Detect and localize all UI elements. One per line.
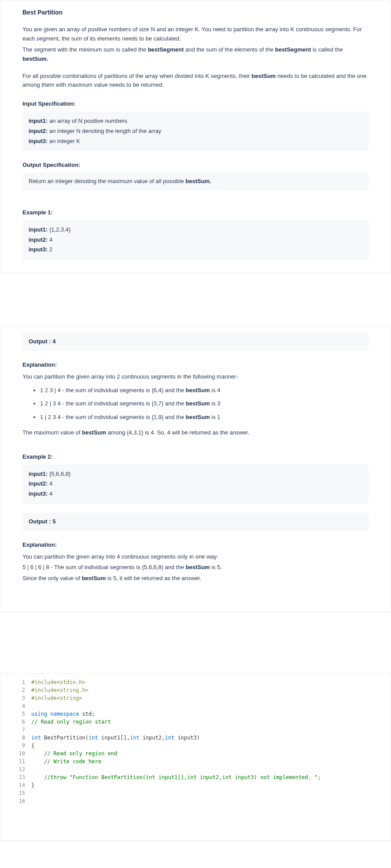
output-label: Output : 5 <box>29 518 55 525</box>
code-line: 1#include<stdio.h> <box>18 678 382 686</box>
output-spec-heading: Output Specification: <box>22 161 369 170</box>
list-item: 1 2 | 3 4 - the sum of individual segmen… <box>40 399 369 408</box>
ex2-input2: input2: 4 <box>29 479 362 489</box>
line-number: 10 <box>18 750 31 758</box>
text: Since the only value of <box>22 575 81 581</box>
line-number: 3 <box>18 694 31 702</box>
example2-input-box: input1: {5,6,6,8} input2: 4 input3: 4 <box>22 464 369 504</box>
example2-output-box: Output : 5 <box>22 513 369 531</box>
code-line: 5using namespace std; <box>18 710 382 718</box>
exp2-l2: 5 | 6 | 6 | 8 - The sum of individual se… <box>22 563 369 572</box>
ex2-input1: input1: {5,6,6,8} <box>29 470 362 479</box>
ex1-input3: input3: 2 <box>29 245 362 254</box>
input3-line: input3: an integer K <box>29 137 362 146</box>
exp2-l3: Since the only value of bestSum is 5, it… <box>22 574 369 583</box>
code-line: 13 //throw "Function BestPartition(int i… <box>18 773 382 781</box>
text: 1 2 3 | 4 - the sum of individual segmen… <box>40 387 186 394</box>
code-editor[interactable]: 1#include<stdio.h>2#include<string.h>3#i… <box>18 678 382 805</box>
line-number: 16 <box>18 797 31 805</box>
code-line: 10 // Read only region end <box>18 750 382 758</box>
line-number: 2 <box>18 686 31 694</box>
code-line: 12 <box>18 765 382 773</box>
code-line: 6// Read only region start <box>18 718 382 726</box>
bold: bestSum <box>251 73 276 79</box>
code-line: 15 <box>18 789 382 797</box>
ex1-input1: input1: {1,2,3,4} <box>29 225 362 235</box>
ex1-input2: input2: 4 <box>29 235 362 245</box>
value: 4 <box>48 490 52 497</box>
label: input3: <box>29 246 48 253</box>
value: 4 <box>48 236 52 243</box>
ex2-input3: input3: 4 <box>29 489 362 499</box>
text: among {4,3,1} is 4. So, 4 will be return… <box>106 429 249 436</box>
code-content: //throw "Function BestPartition(int inpu… <box>31 773 321 781</box>
line-number: 11 <box>18 758 31 765</box>
code-line: 9{ <box>18 742 382 750</box>
code-content: #include<string.h> <box>31 686 89 694</box>
code-content: int BestPartition(int input1[],int input… <box>31 734 200 742</box>
label: input3: <box>29 490 48 497</box>
line-number: 14 <box>18 781 31 789</box>
code-line: 4 <box>18 702 382 710</box>
text: is 5. <box>210 564 221 570</box>
problem-card-1: Best Partition You are given an array of… <box>0 0 391 273</box>
line-number: 12 <box>18 765 31 773</box>
bold: bestSum <box>82 429 106 436</box>
text: is called the <box>311 46 343 53</box>
text: is 4 <box>210 387 221 394</box>
label: input1: <box>29 471 48 477</box>
example1-output-box: Output : 4 <box>22 333 369 351</box>
value: {5,6,6,8} <box>48 471 70 477</box>
bold: bestSum. <box>22 55 48 62</box>
intro-paragraph-1a: You are given an array of positive numbe… <box>22 25 369 44</box>
problem-title: Best Partition <box>22 7 369 17</box>
code-content: { <box>31 742 34 750</box>
intro-paragraph-1b: The segment with the minimum sum is call… <box>22 45 369 64</box>
line-number: 8 <box>18 734 31 742</box>
code-line: 8int BestPartition(int input1[],int inpu… <box>18 734 382 742</box>
problem-card-2: Output : 4 Explanation: You can partitio… <box>0 326 391 612</box>
line-number: 1 <box>18 678 31 686</box>
line-number: 9 <box>18 742 31 750</box>
value: {1,2,3,4} <box>48 226 70 233</box>
text: For all possible combinations of partiti… <box>22 73 251 79</box>
input1-line: input1: an array of N positive numbers <box>29 117 362 126</box>
value: an array of N positive numbers <box>48 118 127 124</box>
label: input1: <box>29 226 48 233</box>
code-content: } <box>31 781 34 789</box>
code-line: 16 <box>18 797 382 805</box>
example1-input-box: input1: {1,2,3,4} input2: 4 input3: 2 <box>22 220 369 260</box>
code-line: 2#include<string.h> <box>18 686 382 694</box>
bold: bestSum <box>186 414 210 420</box>
code-line: 14} <box>18 781 382 789</box>
bold: bestSum <box>186 564 210 570</box>
value: an integer K <box>48 138 80 144</box>
label: input2: <box>29 128 48 134</box>
code-content: using namespace std; <box>31 710 95 718</box>
text: 5 | 6 | 6 | 8 - The sum of individual se… <box>22 564 186 570</box>
text: The maximum value of <box>22 429 82 436</box>
example2-heading: Example 2: <box>22 452 369 462</box>
line-number: 6 <box>18 718 31 726</box>
code-content: // Read only region end <box>31 750 117 758</box>
line-number: 15 <box>18 789 31 797</box>
explanation2-heading: Explanation: <box>22 541 369 550</box>
code-content: // Write code here <box>31 758 101 765</box>
bold: bestSum <box>186 387 210 394</box>
label: input2: <box>29 480 48 487</box>
intro-paragraph-2: For all possible combinations of partiti… <box>22 72 369 90</box>
explanation-heading: Explanation: <box>22 360 369 370</box>
code-content: // Read only region start <box>31 718 111 726</box>
value: an integer N denoting the length of the … <box>48 128 161 134</box>
output-label: Output : 4 <box>29 338 55 345</box>
example1-heading: Example 1: <box>22 208 369 217</box>
text: is 3 <box>210 400 221 407</box>
explanation-conclusion: The maximum value of bestSum among {4,3,… <box>22 428 369 438</box>
value: 2 <box>48 246 52 253</box>
label: input1: <box>29 118 48 124</box>
exp2-l1: You can partition the given array into 4… <box>22 552 369 562</box>
text: and the sum of the elements of the <box>184 46 275 53</box>
line-number: 5 <box>18 710 31 718</box>
bold: bestSum. <box>185 178 211 184</box>
explanation-list: 1 2 3 | 4 - the sum of individual segmen… <box>22 386 369 422</box>
